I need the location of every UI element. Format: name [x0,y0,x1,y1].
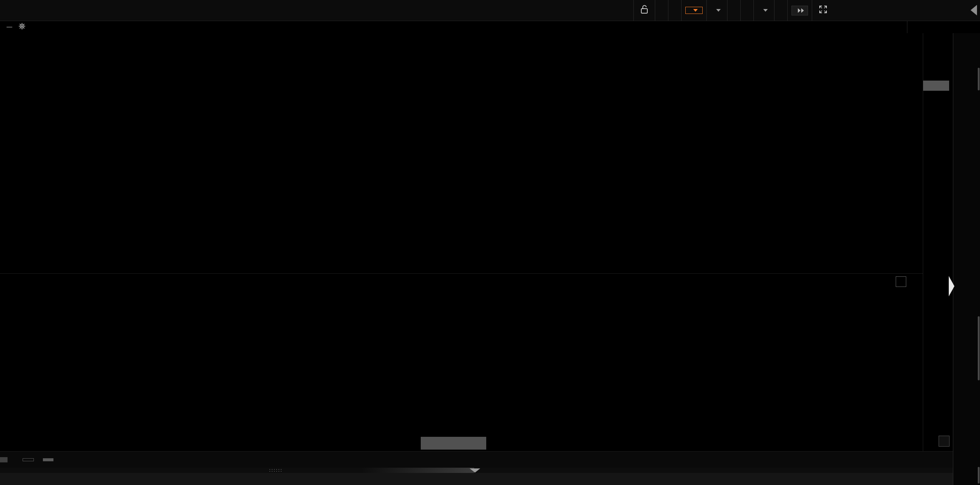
expand-pane-icon[interactable] [939,436,950,447]
unlock-icon [640,5,648,16]
panel-handle-arrow-icon[interactable] [949,276,955,296]
template-button[interactable] [43,458,53,461]
double-arrow-icon [801,8,804,13]
fullscreen-icon [819,5,827,16]
zoom-in-button[interactable] [655,0,668,21]
help-button[interactable] [6,27,13,27]
gradient-decoration [361,467,474,473]
drawline-button[interactable] [741,0,754,21]
chart-subheader [0,21,980,33]
kline-macd-chart[interactable] [0,33,953,451]
bottom-tab-bar [0,473,953,485]
fullscreen-button[interactable] [812,0,834,21]
quote-sidebar [953,33,980,485]
last-price-badge [923,81,949,91]
bottom-strip [0,467,953,473]
simple-mode-button[interactable] [775,0,788,21]
divider [923,33,923,451]
chevron-down-icon [693,9,698,12]
timeline-cursor-label [421,437,486,450]
indicator-prefix-button[interactable] [0,457,8,463]
macd-header [0,275,923,288]
double-arrow-icon [798,8,800,13]
fuquan-button[interactable] [682,0,707,21]
collapse-down-arrow-icon[interactable] [470,468,480,472]
app-root [0,0,980,485]
lock-button[interactable] [634,0,655,21]
overlay-button[interactable] [707,0,727,21]
scrollbar[interactable] [978,467,980,483]
top-toolbar [0,0,980,21]
close-icon[interactable] [896,276,906,287]
more-indicators-button[interactable] [22,458,34,461]
zoom-out-button[interactable] [668,0,682,21]
scrollbar[interactable] [978,68,980,90]
chevron-down-icon [763,9,768,12]
indicator-tab-row [0,451,953,468]
hide-button[interactable] [788,0,812,21]
scrollbar[interactable] [978,316,980,380]
divider [0,273,923,274]
chart-tools [633,0,834,21]
gear-icon[interactable] [18,22,26,32]
drag-handle-icon[interactable] [269,468,282,472]
chevron-down-icon [716,9,721,12]
collapse-panel-arrow-icon[interactable] [970,5,977,16]
display-button[interactable] [754,0,775,21]
chips-button[interactable] [727,0,741,21]
divider [907,21,907,33]
